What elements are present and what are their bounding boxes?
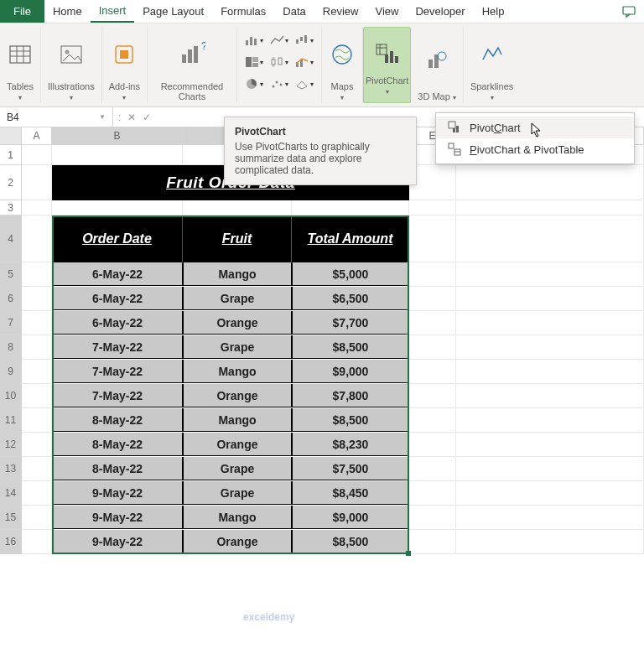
row-header[interactable]: 4	[0, 215, 22, 262]
row-header[interactable]: 14	[0, 481, 22, 506]
ribbon-group-sparklines[interactable]: Sparklines▾	[464, 27, 513, 103]
header-order-date[interactable]: Order Date	[52, 215, 183, 262]
tab-insert[interactable]: Insert	[91, 0, 135, 23]
tab-view[interactable]: View	[366, 0, 407, 23]
row-header[interactable]: 10	[0, 384, 22, 408]
maps-icon	[329, 41, 356, 68]
row-header[interactable]: 12	[0, 433, 22, 457]
cell-fruit[interactable]: Orange	[183, 311, 292, 335]
tab-review[interactable]: Review	[314, 0, 367, 23]
cell-date[interactable]: 8-May-22	[52, 433, 183, 456]
cell-date[interactable]: 6-May-22	[52, 311, 183, 335]
ribbon-group-addins[interactable]: Add-ins▾	[102, 27, 148, 103]
chevron-down-icon: ▾	[386, 88, 389, 96]
chart-surface-icon[interactable]: ▾	[293, 74, 316, 94]
cell-date[interactable]: 6-May-22	[52, 287, 183, 310]
chart-scatter-icon[interactable]: ▾	[267, 74, 291, 94]
cell-date[interactable]: 9-May-22	[52, 506, 183, 529]
cell-amount[interactable]: $8,500	[292, 335, 409, 359]
svg-rect-46	[456, 126, 459, 132]
row-header[interactable]: 15	[0, 506, 22, 530]
chart-line-icon[interactable]: ▾	[267, 30, 291, 50]
cell-date[interactable]: 8-May-22	[52, 457, 183, 480]
tab-formulas[interactable]: Formulas	[212, 0, 274, 23]
cell-fruit[interactable]: Orange	[183, 384, 292, 407]
row-header[interactable]: 3	[0, 200, 22, 215]
cell-amount[interactable]: $7,500	[292, 457, 409, 480]
row-header[interactable]: 5	[0, 262, 22, 287]
chevron-down-icon: ▾	[340, 94, 344, 101]
cell-date[interactable]: 7-May-22	[52, 335, 183, 359]
menu-pivotchart[interactable]: PPivotChart	[436, 117, 634, 138]
cell-amount[interactable]: $6,500	[292, 287, 409, 310]
formula-cancel-icon[interactable]: ✕	[127, 112, 136, 123]
select-all-corner[interactable]	[0, 127, 22, 144]
menu-pivotchart-pivottable-label: PivotChart & PivotTable	[470, 143, 584, 156]
cell-amount[interactable]: $9,000	[292, 360, 409, 383]
row-header[interactable]: 8	[0, 335, 22, 360]
row-header[interactable]: 7	[0, 311, 22, 335]
chart-statistic-icon[interactable]: ▾	[267, 52, 291, 72]
ribbon-group-tables[interactable]: Tables▾	[0, 27, 41, 103]
row-header[interactable]: 13	[0, 457, 22, 481]
svg-point-34	[333, 45, 351, 64]
chart-hierarchy-icon[interactable]: ▾	[242, 52, 266, 72]
cell-amount[interactable]: $8,500	[292, 408, 409, 432]
tab-page-layout[interactable]: Page Layout	[134, 0, 212, 23]
chevron-down-icon: ▾	[453, 94, 456, 101]
cell-amount[interactable]: $8,500	[292, 530, 409, 553]
cell-amount[interactable]: $8,450	[292, 481, 409, 505]
col-header-b[interactable]: B	[52, 127, 183, 144]
ribbon-group-illustrations[interactable]: Illustrations▾	[41, 27, 102, 103]
cell-amount[interactable]: $8,230	[292, 433, 409, 456]
cell-fruit[interactable]: Mango	[183, 408, 292, 432]
row-header[interactable]: 1	[0, 145, 22, 165]
cell-date[interactable]: 9-May-22	[52, 481, 183, 505]
cell-fruit[interactable]: Mango	[183, 506, 292, 529]
cell-date[interactable]: 7-May-22	[52, 384, 183, 407]
menu-pivotchart-pivottable[interactable]: PivotChart & PivotTable	[436, 138, 634, 160]
row-header[interactable]: 2	[0, 165, 22, 200]
file-tab[interactable]: File	[0, 0, 44, 23]
cell-date[interactable]: 6-May-22	[52, 262, 183, 286]
cell-fruit[interactable]: Mango	[183, 262, 292, 286]
cell-date[interactable]: 9-May-22	[52, 530, 183, 553]
cell-date[interactable]: 8-May-22	[52, 408, 183, 432]
col-header-a[interactable]: A	[22, 127, 52, 144]
chart-column-icon[interactable]: ▾	[242, 30, 266, 50]
cell-amount[interactable]: $5,000	[292, 262, 409, 286]
formula-enter-icon[interactable]: ✓	[143, 112, 151, 123]
cell-amount[interactable]: $7,700	[292, 311, 409, 335]
ribbon-group-3dmap[interactable]: 3D Map ▾	[411, 27, 464, 103]
comments-button[interactable]	[614, 0, 644, 23]
cell-amount[interactable]: $7,800	[292, 384, 409, 407]
name-box[interactable]: B4▼	[0, 107, 113, 127]
cell-fruit[interactable]: Grape	[183, 457, 292, 480]
tab-home[interactable]: Home	[44, 0, 91, 23]
svg-rect-11	[188, 49, 192, 63]
tab-help[interactable]: Help	[474, 0, 513, 23]
cell-amount[interactable]: $9,000	[292, 506, 409, 529]
row-header[interactable]: 11	[0, 408, 22, 433]
ribbon-group-maps[interactable]: Maps▾	[322, 27, 363, 103]
svg-rect-1	[10, 46, 30, 63]
cell-fruit[interactable]: Grape	[183, 335, 292, 359]
cell-fruit[interactable]: Orange	[183, 530, 292, 553]
cell-fruit[interactable]: Grape	[183, 287, 292, 310]
tab-developer[interactable]: Developer	[407, 0, 473, 23]
chart-combo-icon[interactable]: ▾	[293, 52, 316, 72]
cell-fruit[interactable]: Mango	[183, 360, 292, 383]
tab-data[interactable]: Data	[274, 0, 314, 23]
header-fruit[interactable]: Fruit	[183, 215, 292, 262]
cell-date[interactable]: 7-May-22	[52, 360, 183, 383]
cell-fruit[interactable]: Grape	[183, 481, 292, 505]
row-header[interactable]: 16	[0, 530, 22, 554]
row-header[interactable]: 9	[0, 360, 22, 384]
row-header[interactable]: 6	[0, 287, 22, 311]
chart-waterfall-icon[interactable]: ▾	[293, 30, 316, 50]
ribbon-pivotchart-button[interactable]: PivotChart▾	[363, 27, 411, 103]
ribbon-group-recommended-charts[interactable]: ? Recommended Charts	[148, 27, 237, 103]
header-total-amount[interactable]: Total Amount	[292, 215, 409, 262]
cell-fruit[interactable]: Orange	[183, 433, 292, 456]
chart-pie-icon[interactable]: ▾	[242, 74, 266, 94]
